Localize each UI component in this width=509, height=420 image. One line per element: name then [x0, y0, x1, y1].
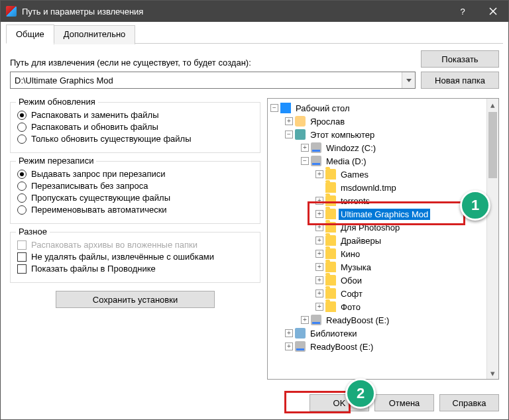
cancel-button[interactable]: Отмена — [374, 394, 434, 411]
tree-node-oboi[interactable]: +Обои — [269, 274, 485, 287]
tree-node-drive-e2[interactable]: +ReadyBoost (E:) — [269, 340, 485, 353]
library-icon — [295, 328, 306, 339]
tree-node-photoshop[interactable]: +Для Photoshop — [269, 221, 485, 234]
window-title: Путь и параметры извлечения — [22, 7, 447, 17]
tab-advanced[interactable]: Дополнительно — [54, 25, 136, 44]
tree-node-drive-e1[interactable]: +ReadyBoost (E:) — [269, 313, 485, 327]
scroll-up-icon[interactable]: ▴ — [487, 99, 498, 111]
check-subfolders: Распаковать архивы во вложенные папки — [17, 240, 253, 250]
tree-node-kino[interactable]: +Кино — [269, 247, 485, 260]
tree-node-torrents[interactable]: +torrents — [269, 194, 485, 207]
pc-icon — [295, 129, 306, 140]
tree-node-thispc[interactable]: −Этот компьютер — [269, 128, 485, 141]
tree-node-ugm[interactable]: +Ultimate Graphics Mod — [269, 207, 485, 221]
tree-node-user[interactable]: +Ярослав — [269, 115, 485, 128]
path-dropdown[interactable] — [402, 72, 415, 88]
tree-node-photo[interactable]: +Фото — [269, 300, 485, 313]
group-overwrite: Режим перезаписи Выдавать запрос при пер… — [10, 161, 260, 224]
chevron-down-icon — [406, 79, 412, 82]
tree-node-games[interactable]: +Games — [269, 168, 485, 181]
close-button[interactable] — [478, 1, 508, 22]
help-footer-button[interactable]: Справка — [439, 394, 499, 411]
path-input[interactable] — [11, 72, 402, 88]
check-show-explorer[interactable]: Показать файлы в Проводнике — [17, 264, 253, 274]
folder-icon — [325, 275, 336, 286]
drive-icon — [295, 341, 306, 352]
radio-ask[interactable]: Выдавать запрос при перезаписи — [17, 169, 253, 179]
desktop-icon — [280, 103, 291, 113]
check-keep-broken[interactable]: Не удалять файлы, извлечённые с ошибками — [17, 252, 253, 262]
group-misc: Разное Распаковать архивы во вложенные п… — [10, 232, 260, 283]
ok-button[interactable]: OK — [310, 394, 369, 411]
titlebar: Путь и параметры извлечения ? — [1, 1, 508, 22]
radio-rename[interactable]: Переименовывать автоматически — [17, 205, 253, 215]
close-icon — [489, 7, 497, 15]
tree-node-drive-d[interactable]: −Media (D:) — [269, 154, 485, 168]
help-button[interactable]: ? — [447, 1, 478, 22]
radio-noask[interactable]: Перезаписывать без запроса — [17, 181, 253, 191]
drive-icon — [311, 315, 321, 325]
folder-icon — [325, 262, 336, 272]
radio-extract-update[interactable]: Распаковать и обновить файлы — [17, 122, 253, 132]
folder-icon — [325, 209, 336, 219]
tree-node-desktop[interactable]: −Рабочий стол — [269, 101, 485, 115]
group-overwrite-legend: Режим перезаписи — [16, 156, 96, 166]
folder-icon — [325, 288, 336, 299]
tab-general[interactable]: Общие — [6, 25, 54, 44]
path-combobox[interactable] — [10, 72, 416, 89]
folder-icon — [325, 169, 336, 180]
tree-node-drive-c[interactable]: +Windozz (C:) — [269, 141, 485, 154]
app-icon — [6, 6, 17, 17]
radio-skip[interactable]: Пропускать существующие файлы — [17, 193, 253, 203]
folder-icon — [325, 195, 336, 206]
path-label: Путь для извлечения (если не существует,… — [10, 58, 416, 68]
folder-icon — [325, 248, 336, 259]
user-icon — [295, 116, 306, 127]
newfolder-button[interactable]: Новая папка — [421, 72, 499, 89]
show-button[interactable]: Показать — [421, 50, 499, 68]
tree-node-soft[interactable]: +Софт — [269, 287, 485, 300]
scroll-down-icon[interactable]: ▾ — [487, 367, 498, 379]
radio-extract-replace[interactable]: Распаковать и заменить файлы — [17, 110, 253, 120]
tree-node-drivers[interactable]: +Драйверы — [269, 234, 485, 247]
folder-icon — [325, 222, 336, 233]
drive-icon — [311, 142, 321, 153]
tree-scrollbar[interactable]: ▴ ▾ — [486, 99, 498, 379]
drive-icon — [311, 156, 321, 166]
tree-node-music[interactable]: +Музыка — [269, 260, 485, 274]
tree-node-libraries[interactable]: +Библиотеки — [269, 327, 485, 340]
folder-icon — [325, 235, 336, 246]
radio-update-only[interactable]: Только обновить существующие файлы — [17, 134, 253, 144]
group-update: Режим обновления Распаковать и заменить … — [10, 102, 260, 153]
group-misc-legend: Разное — [16, 227, 50, 236]
save-settings-button[interactable]: Сохранить установки — [56, 291, 215, 308]
scroll-thumb[interactable] — [488, 112, 497, 178]
folder-icon — [325, 182, 336, 193]
folder-tree[interactable]: −Рабочий стол +Ярослав −Этот компьютер +… — [267, 98, 499, 380]
folder-icon — [325, 301, 336, 312]
tree-node-msdownld[interactable]: msdownld.tmp — [269, 181, 485, 194]
group-update-legend: Режим обновления — [16, 97, 98, 107]
tabs: Общие Дополнительно — [6, 24, 503, 44]
